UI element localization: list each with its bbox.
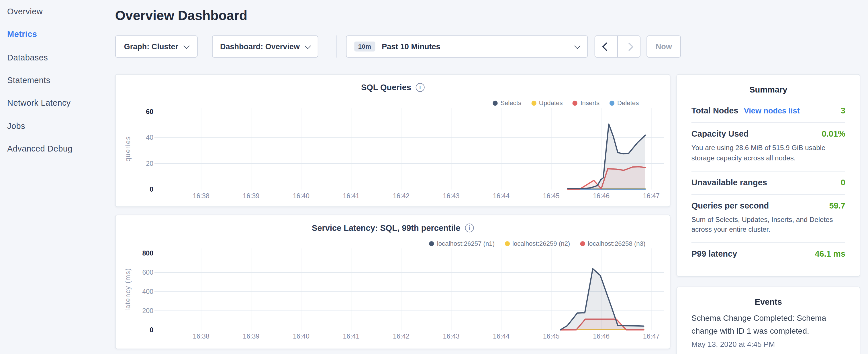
x-tick-label: 16:38 bbox=[193, 332, 210, 340]
sidebar-item-jobs[interactable]: Jobs bbox=[0, 114, 111, 137]
event-list-item[interactable]: Schema Change Completed: Schema change w… bbox=[691, 312, 845, 349]
time-step-buttons bbox=[595, 35, 641, 58]
controls-divider bbox=[336, 35, 337, 58]
sidebar-item-databases[interactable]: Databases bbox=[0, 46, 111, 69]
summary-row-label: Queries per second bbox=[691, 200, 769, 210]
view-nodes-list-link[interactable]: View nodes list bbox=[744, 106, 800, 115]
x-tick-label: 16:46 bbox=[593, 332, 610, 340]
chevron-down-icon bbox=[574, 42, 581, 49]
summary-row-label: P99 latency bbox=[691, 249, 737, 258]
x-tick-label: 16:47 bbox=[643, 332, 660, 340]
time-window-badge: 10m bbox=[354, 41, 375, 52]
event-timestamp: May 13, 2020 at 4:45 PM bbox=[691, 340, 845, 349]
events-title: Events bbox=[691, 297, 845, 307]
dashboard-dropdown-label: Dashboard: Overview bbox=[220, 42, 300, 51]
page-title: Overview Dashboard bbox=[115, 8, 247, 23]
summary-title: Summary bbox=[691, 85, 845, 94]
x-tick-label: 16:44 bbox=[493, 192, 509, 200]
x-tick-label: 16:45 bbox=[543, 332, 560, 340]
events-panel: Events Schema Change Completed: Schema c… bbox=[677, 287, 860, 354]
prev-time-button[interactable] bbox=[595, 36, 617, 57]
event-text: Schema Change Completed: Schema change w… bbox=[691, 312, 845, 337]
sidebar-item-advanced-debug[interactable]: Advanced Debug bbox=[0, 137, 111, 160]
x-tick-label: 16:40 bbox=[293, 192, 309, 200]
summary-panel: Summary Total Nodes View nodes list 3 Ca… bbox=[677, 74, 860, 277]
y-tick-label: 600 bbox=[142, 269, 153, 276]
y-tick-label: 200 bbox=[142, 307, 153, 315]
sidebar-item-overview[interactable]: Overview bbox=[0, 0, 111, 23]
y-tick-label: 0 bbox=[150, 326, 153, 334]
summary-row-subtext: Sum of Selects, Updates, Inserts, and De… bbox=[691, 215, 845, 235]
dashboard-dropdown[interactable]: Dashboard: Overview bbox=[212, 35, 318, 58]
summary-row-label: Capacity Used bbox=[691, 129, 749, 138]
x-tick-label: 16:46 bbox=[593, 192, 610, 200]
service-latency-chart-card: Service Latency: SQL, 99th percentile i … bbox=[115, 215, 671, 349]
chart-canvas: 16:3816:3916:4016:4116:4216:4316:4416:45… bbox=[116, 215, 671, 349]
summary-row-capacity-used: Capacity Used 0.01% You are using 28.6 M… bbox=[691, 123, 845, 171]
y-tick-label: 60 bbox=[146, 108, 153, 116]
controls-row: Graph: Cluster Dashboard: Overview 10m P… bbox=[115, 35, 702, 58]
summary-row-value: 59.7 bbox=[829, 200, 845, 210]
summary-row-value: 46.1 ms bbox=[815, 249, 845, 258]
metrics-page: Overview Metrics Databases Statements Ne… bbox=[0, 0, 868, 354]
y-tick-label: 800 bbox=[142, 250, 153, 257]
sidebar-item-metrics[interactable]: Metrics bbox=[0, 23, 111, 46]
chevron-left-icon bbox=[602, 42, 610, 51]
summary-row-label: Total Nodes bbox=[691, 106, 739, 115]
sql-queries-chart-card: SQL Queries i SelectsUpdatesInsertsDelet… bbox=[115, 74, 671, 207]
x-tick-label: 16:47 bbox=[643, 192, 660, 200]
y-tick-label: 40 bbox=[146, 134, 153, 141]
now-button[interactable]: Now bbox=[647, 35, 681, 58]
sidebar-item-statements[interactable]: Statements bbox=[0, 68, 111, 91]
chevron-down-icon bbox=[305, 42, 311, 49]
summary-row-total-nodes: Total Nodes View nodes list 3 bbox=[691, 100, 845, 123]
sidebar-item-network-latency[interactable]: Network Latency bbox=[0, 91, 111, 114]
summary-row-value: 3 bbox=[841, 106, 845, 115]
x-tick-label: 16:43 bbox=[443, 192, 460, 200]
sidebar-nav: Overview Metrics Databases Statements Ne… bbox=[0, 0, 111, 160]
x-tick-label: 16:40 bbox=[293, 332, 309, 340]
summary-row-value: 0 bbox=[841, 177, 845, 187]
summary-row-p99-latency: P99 latency 46.1 ms bbox=[691, 243, 845, 265]
x-tick-label: 16:41 bbox=[343, 192, 359, 200]
x-tick-label: 16:42 bbox=[393, 192, 409, 200]
x-tick-label: 16:42 bbox=[393, 332, 409, 340]
summary-row-value: 0.01% bbox=[822, 129, 845, 138]
summary-row-queries-per-second: Queries per second 59.7 Sum of Selects, … bbox=[691, 194, 845, 243]
time-window-label: Past 10 Minutes bbox=[382, 42, 440, 51]
y-tick-label: 0 bbox=[150, 186, 153, 193]
x-tick-label: 16:45 bbox=[543, 192, 560, 200]
summary-row-label: Unavailable ranges bbox=[691, 177, 767, 187]
graph-scope-dropdown-label: Graph: Cluster bbox=[124, 42, 178, 51]
chevron-right-icon bbox=[624, 42, 633, 51]
next-time-button[interactable] bbox=[617, 36, 640, 57]
y-axis-label: queries bbox=[124, 136, 131, 162]
y-axis-label: latency (ms) bbox=[124, 268, 131, 311]
x-tick-label: 16:38 bbox=[193, 192, 210, 200]
x-tick-label: 16:39 bbox=[243, 332, 259, 340]
graph-scope-dropdown[interactable]: Graph: Cluster bbox=[115, 35, 198, 58]
x-tick-label: 16:43 bbox=[443, 332, 460, 340]
x-tick-label: 16:41 bbox=[343, 332, 359, 340]
chevron-down-icon bbox=[183, 42, 190, 49]
summary-row-unavailable-ranges: Unavailable ranges 0 bbox=[691, 171, 845, 194]
x-tick-label: 16:39 bbox=[243, 192, 259, 200]
chart-canvas: 16:3816:3916:4016:4116:4216:4316:4416:45… bbox=[116, 75, 671, 208]
time-window-dropdown[interactable]: 10m Past 10 Minutes bbox=[346, 35, 588, 58]
y-tick-label: 400 bbox=[142, 288, 153, 295]
summary-row-subtext: You are using 28.6 MiB of 515.9 GiB usab… bbox=[691, 142, 845, 163]
x-tick-label: 16:44 bbox=[493, 332, 509, 340]
y-tick-label: 20 bbox=[146, 160, 153, 167]
